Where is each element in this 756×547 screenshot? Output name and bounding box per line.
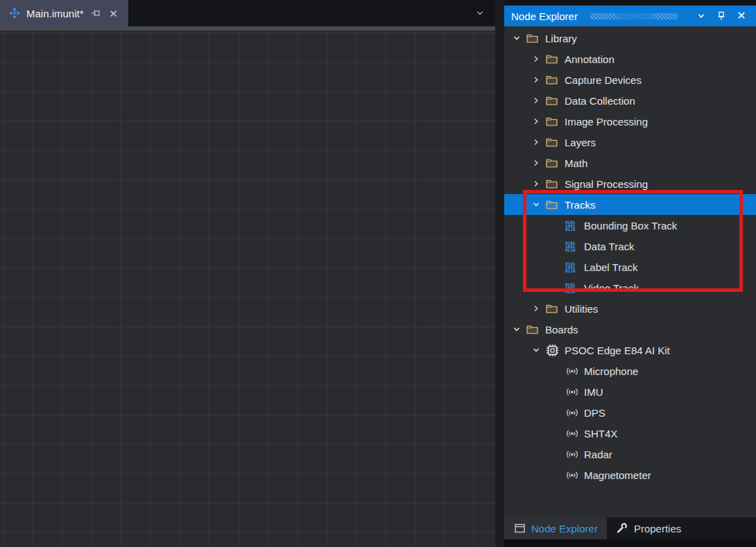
document-tab-main-imunit[interactable]: Main.imunit* ✕ [0, 0, 128, 26]
panel-chevron-down-icon[interactable] [695, 10, 707, 22]
tree-item-boards[interactable]: Boards [504, 319, 756, 340]
tree-item-label: Bounding Box Track [584, 220, 677, 232]
tab-node-explorer[interactable]: Node Explorer [504, 517, 607, 539]
chip-icon [546, 344, 561, 357]
folder-icon [546, 95, 561, 106]
chevron-right-icon[interactable] [531, 53, 546, 64]
chevron-down-icon[interactable] [531, 199, 546, 210]
wrench-icon [616, 522, 628, 535]
tree-item-microphone[interactable]: Microphone [504, 361, 756, 381]
tree-item-label: Layers [565, 137, 596, 148]
chevron-down-icon[interactable] [511, 324, 526, 335]
tree-item-label: Utilities [565, 303, 598, 315]
panel-drag-grip[interactable] [590, 13, 678, 19]
pin-icon[interactable] [89, 7, 102, 19]
panel-title: Node Explorer [511, 10, 578, 22]
sensor-icon [565, 470, 581, 480]
tab-node-explorer-label: Node Explorer [531, 523, 598, 535]
chevron-right-icon[interactable] [531, 116, 546, 127]
folder-icon [546, 178, 561, 189]
tree-item-annotation[interactable]: Annotation [504, 49, 756, 69]
chevron-right-icon[interactable] [531, 157, 546, 168]
node-explorer-header[interactable]: Node Explorer ✕ [504, 6, 756, 26]
binary-track-icon: 010110010110 [565, 283, 581, 293]
tree-item-label: Data Track [584, 241, 635, 252]
tree-item-dps[interactable]: DPS [504, 402, 756, 423]
panel-close-icon[interactable]: ✕ [735, 10, 748, 22]
tree-item-imu[interactable]: IMU [504, 381, 756, 402]
tree-item-label: Video Track [584, 282, 639, 294]
tree-item-label: Boards [545, 324, 578, 336]
tree-item-library[interactable]: Library [504, 28, 756, 49]
tree-item-layers[interactable]: Layers [504, 132, 756, 153]
tree-item-label: Tracks [565, 199, 595, 211]
tab-properties[interactable]: Properties [607, 517, 690, 539]
binary-track-icon: 010110010110 [565, 220, 581, 231]
tree-item-data-track[interactable]: 010110010110Data Track [504, 236, 756, 257]
chevron-down-icon[interactable] [531, 345, 546, 356]
tree-item-label: SHT4X [584, 428, 617, 440]
tree-item-math[interactable]: Math [504, 153, 756, 173]
tree-item-video-track[interactable]: 010110010110Video Track [504, 277, 756, 298]
tree-item-label: Data Collection [565, 95, 635, 107]
folder-icon [546, 116, 561, 127]
tree-item-label: Label Track [584, 261, 638, 273]
sensor-icon [565, 366, 581, 376]
tree-item-utilities[interactable]: Utilities [504, 298, 756, 319]
close-icon[interactable]: ✕ [108, 7, 120, 19]
tree-item-label: Radar [584, 449, 612, 460]
application-window: Main.imunit* ✕ Node Explorer ✕ LibraryAn… [0, 0, 756, 547]
chevron-right-icon[interactable] [531, 178, 546, 189]
node-tree: LibraryAnnotationCapture DevicesData Col… [504, 28, 756, 485]
tree-item-label: Microphone [584, 365, 638, 377]
folder-icon [526, 324, 542, 335]
document-tab-bar: Main.imunit* ✕ [0, 0, 495, 26]
panel-tab-strip: Node Explorer Properties [504, 517, 756, 539]
tab-list-chevron-down-icon[interactable] [474, 8, 486, 19]
node-editor-canvas[interactable] [0, 31, 495, 547]
folder-icon [546, 137, 561, 148]
folder-icon [546, 74, 561, 85]
chevron-right-icon[interactable] [531, 137, 546, 148]
chevron-right-icon[interactable] [531, 95, 546, 106]
panel-top-spacer [504, 0, 756, 6]
tree-item-signal-processing[interactable]: Signal Processing [504, 173, 756, 194]
canvas-vertical-scrollbar[interactable] [495, 0, 504, 547]
tree-item-data-collection[interactable]: Data Collection [504, 90, 756, 111]
sensor-icon [565, 428, 581, 439]
folder-icon [546, 53, 561, 64]
tree-item-label: Capture Devices [565, 74, 642, 86]
document-tab-title: Main.imunit* [26, 8, 84, 19]
tree-item-image-processing[interactable]: Image Processing [504, 111, 756, 132]
panel-bottom-bar: Node Explorer Properties [504, 517, 756, 547]
panel-pin-icon[interactable] [715, 10, 728, 22]
tree-item-label: Annotation [565, 53, 615, 65]
tree-item-label: DPS [584, 407, 605, 419]
node-graph-icon [8, 7, 21, 19]
tree-item-sht4x[interactable]: SHT4X [504, 423, 756, 444]
chevron-right-icon[interactable] [531, 303, 546, 314]
binary-track-icon: 010110010110 [565, 241, 581, 252]
chevron-right-icon[interactable] [531, 74, 546, 85]
tree-item-label: Library [545, 33, 577, 44]
tree-item-psoc-edge-e84-ai-kit[interactable]: PSOC Edge E84 AI Kit [504, 340, 756, 361]
folder-icon [546, 303, 561, 314]
tree-item-label: Image Processing [565, 116, 648, 128]
binary-track-icon: 010110010110 [565, 262, 581, 272]
tree-item-magnetometer[interactable]: Magnetometer [504, 464, 756, 485]
sensor-icon [565, 387, 581, 397]
panel-icon [513, 522, 526, 535]
tree-item-label: Signal Processing [565, 178, 648, 190]
tree-item-label-track[interactable]: 010110010110Label Track [504, 257, 756, 277]
tree-item-capture-devices[interactable]: Capture Devices [504, 69, 756, 90]
tree-item-bounding-box-track[interactable]: 010110010110Bounding Box Track [504, 215, 756, 236]
tree-item-tracks[interactable]: Tracks [504, 194, 756, 215]
chevron-down-icon[interactable] [511, 33, 526, 44]
tree-item-label: Math [565, 157, 587, 169]
tree-item-radar[interactable]: Radar [504, 444, 756, 464]
folder-icon [546, 199, 561, 210]
sensor-icon [565, 449, 581, 460]
tree-item-label: Magnetometer [584, 469, 651, 481]
tab-properties-label: Properties [634, 523, 681, 535]
folder-icon [526, 33, 542, 44]
